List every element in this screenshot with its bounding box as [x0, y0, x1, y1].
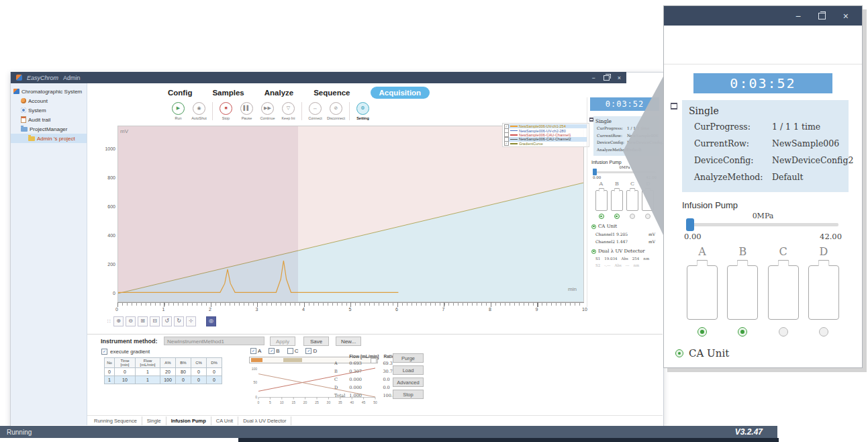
pressure-slider-thumb[interactable] [593, 169, 597, 175]
gradient-table-cell[interactable]: 0 [191, 376, 207, 384]
flow-table-cell: D [332, 384, 347, 392]
gradient-table-cell[interactable]: 0 [207, 376, 222, 384]
y-tick-label: 1000 [93, 146, 115, 151]
restore-icon[interactable] [604, 75, 610, 81]
solvent-check-c[interactable]: C [287, 348, 299, 354]
toolbar-button-setting[interactable]: ⚙Setting [349, 102, 373, 120]
checkbox-icon[interactable]: ✓ [269, 348, 275, 354]
bottle-status-radio[interactable] [599, 214, 604, 219]
gradient-table[interactable]: NoTime [min]Flow [mL/min]A%B%C%D%0012080… [104, 357, 222, 384]
legend-checkbox-icon[interactable]: ✓ [504, 141, 509, 146]
y-tick-label: 0 [93, 291, 115, 296]
sidebar-item-audit-trail[interactable]: Audit trail [11, 115, 87, 124]
sidebar-item-admin-s-project[interactable]: Admin 's project [11, 134, 87, 143]
bottle-status-radio[interactable] [779, 327, 788, 337]
execute-gradient-checkbox[interactable]: ✓ execute gradient [101, 349, 150, 355]
instrument-method-field[interactable]: NewInstrumentMethod1 [164, 337, 264, 345]
checkbox-icon[interactable]: ✓ [250, 348, 256, 354]
checkbox-icon[interactable]: ✓ [305, 348, 311, 354]
bottle-status-radio[interactable] [645, 214, 650, 219]
sidebar-item-system[interactable]: System [11, 105, 87, 115]
gradient-table-cell[interactable]: 0 [207, 368, 222, 376]
toolbar-button-autoshut[interactable]: ◉AutoShut [189, 102, 209, 120]
chromatogram-plot[interactable]: mVmin [117, 126, 584, 302]
project-tree: Chromatographic SystemAccountSystemAudit… [11, 83, 87, 425]
collapse-icon[interactable] [671, 103, 677, 109]
menu-item-config[interactable]: Config [168, 89, 192, 97]
sidebar-item-chromatographic-system[interactable]: Chromatographic System [11, 87, 87, 96]
gradient-table-cell[interactable]: 0 [105, 368, 115, 376]
tab-single[interactable]: Single [142, 416, 166, 425]
gradient-table-cell[interactable]: 1 [105, 376, 115, 384]
tab-ca-unit[interactable]: CA Unit [211, 416, 238, 425]
minimize-icon[interactable]: − [591, 75, 595, 81]
close-icon[interactable]: × [843, 11, 849, 21]
bottle-status-radio[interactable] [614, 214, 620, 219]
menu-item-samples[interactable]: Samples [212, 89, 244, 97]
stop-button[interactable]: Stop [393, 390, 424, 399]
gradient-table-header: Time [min] [115, 358, 136, 368]
save-button[interactable]: Save [303, 337, 329, 346]
checkbox-icon[interactable] [287, 348, 293, 354]
solvent-check-label: A [258, 348, 261, 354]
toolbar-button-disconnect[interactable]: ⊘Disconnect [326, 102, 346, 120]
tab-infusion-pump[interactable]: Infusion Pump [166, 416, 211, 425]
toolbar-button-pause[interactable]: ▌▌Pause [236, 102, 257, 120]
zoom-reset-icon[interactable]: ⊟ [150, 316, 160, 326]
restore-icon[interactable] [818, 13, 826, 19]
gradient-table-cell[interactable]: 0 [115, 368, 136, 376]
bottle-status-radio[interactable] [738, 327, 747, 337]
menu-item-sequence[interactable]: Sequence [314, 89, 350, 97]
flow-table-header: Flow [mL/min] [347, 353, 381, 359]
toolbar-button-stop[interactable]: ■Stop [212, 102, 236, 120]
toolbar-button-continue[interactable]: ▶▶Continue [257, 102, 278, 120]
sidebar-item-projectmanager[interactable]: ProjectManager [11, 124, 87, 134]
solvent-check-a[interactable]: ✓A [250, 348, 261, 354]
undo-zoom-icon[interactable]: ↺ [162, 316, 172, 326]
load-button[interactable]: Load [393, 365, 424, 375]
sidebar-item-account[interactable]: Account [11, 96, 87, 105]
tab-dual-uv-detector[interactable]: Dual λ UV Detector [238, 416, 291, 425]
zoom-out-icon[interactable]: ⊖ [126, 316, 136, 326]
gradient-table-row[interactable]: 001208000 [105, 368, 222, 376]
pressure-slider[interactable] [687, 223, 838, 226]
close-icon[interactable]: × [618, 75, 621, 81]
redo-zoom-icon[interactable]: ↻ [174, 316, 184, 326]
bottle-status-radio[interactable] [819, 327, 828, 337]
pan-icon[interactable]: ⊹ [186, 316, 196, 326]
apply-button[interactable]: Apply [270, 337, 295, 346]
zoom-window-icon[interactable]: ⊞ [138, 316, 148, 326]
toolbar-button-keep-ini[interactable]: ▽Keep Ini [278, 102, 299, 120]
legend-entry-gradientcurve[interactable]: ✓GradientCurve [504, 142, 587, 146]
drag-handle-icon[interactable]: ∷ [107, 318, 109, 324]
bottle-status-radio[interactable] [697, 327, 707, 337]
gradient-table-cell[interactable]: 1 [136, 376, 160, 384]
menu-item-analyze[interactable]: Analyze [264, 89, 293, 97]
keep-ini-icon: ▽ [282, 102, 295, 115]
gradient-table-cell[interactable]: 80 [176, 368, 191, 376]
gradient-table-row[interactable]: 1101100000 [105, 376, 222, 384]
solvent-check-b[interactable]: ✓B [269, 348, 279, 354]
pressure-slider-thumb[interactable] [686, 218, 694, 231]
gradient-table-cell[interactable]: 10 [115, 376, 136, 384]
purge-button[interactable]: Purge [393, 353, 424, 363]
minimize-icon[interactable]: − [795, 11, 801, 21]
gradient-table-cell[interactable]: 100 [160, 376, 176, 384]
main-menu: ConfigSamplesAnalyzeSequenceAcquisition [168, 86, 430, 99]
toolbar-button-run[interactable]: ▶Run [168, 102, 189, 120]
advanced-button[interactable]: Advanced [393, 378, 424, 387]
new-method-button[interactable]: New... [336, 337, 361, 346]
gradient-table-cell[interactable]: 1 [136, 368, 160, 376]
solvent-check-d[interactable]: ✓D [305, 348, 317, 354]
gradient-table-cell[interactable]: 0 [176, 376, 191, 384]
checkbox-icon[interactable]: ✓ [101, 349, 107, 355]
gradient-table-cell[interactable]: 0 [191, 368, 207, 376]
menu-item-acquisition[interactable]: Acquisition [371, 87, 430, 99]
bottle-status-radio[interactable] [630, 214, 635, 219]
tab-running-sequence[interactable]: Running Sequence [89, 416, 142, 425]
toolbar-button-connect[interactable]: ↔Connect [301, 102, 326, 120]
gradient-table-cell[interactable]: 20 [160, 368, 176, 376]
auto-scale-icon[interactable]: ◎ [206, 316, 216, 326]
zoom-in-icon[interactable]: ⊕ [113, 316, 124, 326]
collapse-icon[interactable] [589, 118, 593, 122]
